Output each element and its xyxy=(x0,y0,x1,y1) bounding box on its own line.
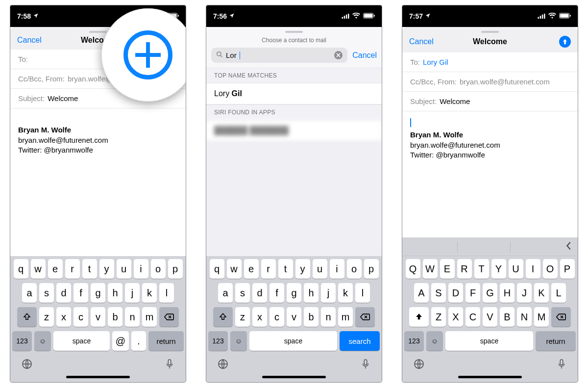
key-u[interactable]: u xyxy=(117,259,131,279)
key-i[interactable]: I xyxy=(526,259,540,279)
key-x[interactable]: x xyxy=(252,307,267,327)
key-t[interactable]: t xyxy=(278,259,293,279)
key-x[interactable]: X xyxy=(448,307,463,327)
cc-field[interactable]: Cc/Bcc, From: bryan.wolfe@futurenet.com xyxy=(402,72,578,92)
emoji-key[interactable]: ☺ xyxy=(34,331,51,351)
key-s[interactable]: S xyxy=(431,283,446,303)
plus-icon[interactable] xyxy=(123,30,172,79)
globe-icon[interactable] xyxy=(413,358,425,372)
key-a[interactable]: A xyxy=(414,283,429,303)
contact-row[interactable]: Lory Gil xyxy=(206,83,382,104)
key-p[interactable]: p xyxy=(168,259,183,279)
key-a[interactable]: a xyxy=(218,283,233,303)
key-f[interactable]: f xyxy=(270,283,284,303)
home-indicator[interactable] xyxy=(262,376,326,378)
key-t[interactable]: T xyxy=(474,259,489,279)
chevron-right-icon[interactable] xyxy=(563,241,575,252)
key-v[interactable]: v xyxy=(91,307,105,327)
key-k[interactable]: k xyxy=(338,283,353,303)
key-g[interactable]: g xyxy=(91,283,105,303)
backspace-key[interactable] xyxy=(355,307,375,327)
key-v[interactable]: V xyxy=(483,307,497,327)
key-p[interactable]: P xyxy=(560,259,575,279)
key-d[interactable]: d xyxy=(56,283,71,303)
key-r[interactable]: R xyxy=(457,259,472,279)
key-z[interactable]: Z xyxy=(431,307,446,327)
shift-key[interactable] xyxy=(213,307,233,327)
key-h[interactable]: H xyxy=(500,283,514,303)
key-d[interactable]: D xyxy=(448,283,463,303)
contact-row-redacted[interactable]: ██████ ███████ xyxy=(206,120,382,141)
key-t[interactable]: t xyxy=(82,259,97,279)
shift-key[interactable] xyxy=(17,307,37,327)
sheet-grabber[interactable] xyxy=(89,31,107,33)
cancel-button[interactable]: Cancel xyxy=(17,36,42,45)
home-indicator[interactable] xyxy=(66,376,130,378)
key-m[interactable]: M xyxy=(534,307,549,327)
key-c[interactable]: C xyxy=(466,307,480,327)
space-key[interactable]: space xyxy=(53,331,110,351)
to-recipient[interactable]: Lory Gil xyxy=(423,58,448,66)
key-s[interactable]: s xyxy=(235,283,250,303)
number-key[interactable]: 123 xyxy=(404,331,424,351)
emoji-key[interactable]: ☺ xyxy=(426,331,443,351)
key-n[interactable]: n xyxy=(321,307,336,327)
key-m[interactable]: m xyxy=(142,307,157,327)
key-b[interactable]: b xyxy=(108,307,122,327)
key-q[interactable]: q xyxy=(14,259,28,279)
key-a[interactable]: a xyxy=(22,283,37,303)
key-b[interactable]: B xyxy=(500,307,514,327)
key-r[interactable]: r xyxy=(261,259,276,279)
key-o[interactable]: O xyxy=(543,259,558,279)
globe-icon[interactable] xyxy=(21,358,33,372)
key-k[interactable]: K xyxy=(534,283,549,303)
space-key[interactable]: space xyxy=(249,331,337,351)
key-b[interactable]: b xyxy=(304,307,318,327)
key-l[interactable]: l xyxy=(159,283,174,303)
shift-key-active[interactable] xyxy=(409,307,429,327)
key-v[interactable]: v xyxy=(287,307,301,327)
key-i[interactable]: i xyxy=(330,259,344,279)
number-key[interactable]: 123 xyxy=(12,331,32,351)
key-h[interactable]: h xyxy=(304,283,318,303)
key-w[interactable]: w xyxy=(31,259,46,279)
return-key[interactable]: return xyxy=(536,331,576,351)
key-e[interactable]: e xyxy=(48,259,63,279)
mic-icon[interactable] xyxy=(556,358,567,372)
home-indicator[interactable] xyxy=(458,376,522,378)
clear-search-icon[interactable] xyxy=(334,51,343,59)
key-u[interactable]: u xyxy=(313,259,327,279)
key-w[interactable]: W xyxy=(423,259,438,279)
key-w[interactable]: w xyxy=(227,259,242,279)
key-s[interactable]: s xyxy=(39,283,54,303)
key-y[interactable]: y xyxy=(295,259,310,279)
key-i[interactable]: i xyxy=(134,259,148,279)
key-f[interactable]: f xyxy=(74,283,88,303)
search-input[interactable]: Lor xyxy=(211,48,347,63)
space-key[interactable]: space xyxy=(445,331,533,351)
cancel-button[interactable]: Cancel xyxy=(409,37,434,46)
key-d[interactable]: d xyxy=(252,283,267,303)
key-k[interactable]: k xyxy=(142,283,157,303)
body-textarea[interactable]: Bryan M. Wolfe bryan.wolfe@futurenet.com… xyxy=(10,108,186,256)
key-c[interactable]: c xyxy=(74,307,88,327)
key-u[interactable]: U xyxy=(509,259,523,279)
body-textarea[interactable]: Bryan M. Wolfe bryan.wolfe@futurenet.com… xyxy=(402,111,578,237)
key-o[interactable]: o xyxy=(151,259,166,279)
key-n[interactable]: N xyxy=(517,307,532,327)
key-g[interactable]: G xyxy=(483,283,497,303)
cancel-search-button[interactable]: Cancel xyxy=(352,51,377,60)
key-q[interactable]: Q xyxy=(406,259,420,279)
key-j[interactable]: j xyxy=(321,283,336,303)
dot-key[interactable]: . xyxy=(131,331,146,351)
key-q[interactable]: q xyxy=(210,259,224,279)
key-f[interactable]: F xyxy=(466,283,480,303)
key-r[interactable]: r xyxy=(65,259,80,279)
key-z[interactable]: z xyxy=(235,307,250,327)
mic-icon[interactable] xyxy=(360,358,371,372)
key-j[interactable]: J xyxy=(517,283,532,303)
at-key[interactable]: @ xyxy=(112,331,129,351)
key-c[interactable]: c xyxy=(270,307,284,327)
send-button[interactable] xyxy=(559,36,571,48)
number-key[interactable]: 123 xyxy=(208,331,228,351)
